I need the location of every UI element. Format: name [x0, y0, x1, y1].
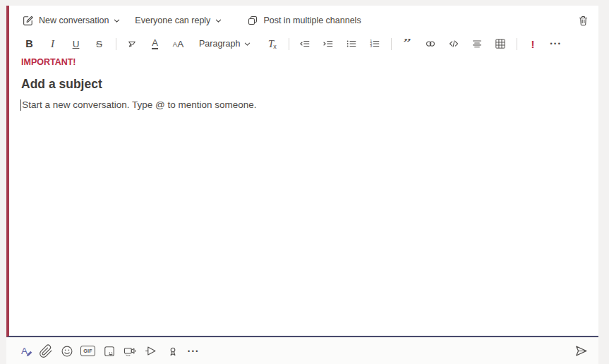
underline-button[interactable]: U: [68, 35, 84, 52]
compose-icon: [21, 14, 35, 28]
subject-input[interactable]: Add a subject: [21, 77, 598, 92]
format-toolbar: B I U S A AA Paragraph Tx: [9, 34, 598, 54]
numbered-list-button[interactable]: 1 2 3: [366, 35, 382, 52]
multi-channel-icon: [246, 14, 259, 27]
highlight-button[interactable]: [123, 35, 140, 52]
message-placeholder: Start a new conversation. Type @ to ment…: [22, 99, 256, 110]
paragraph-menu[interactable]: Paragraph: [199, 35, 251, 52]
conversation-toolbar: New conversation Everyone can reply Post…: [9, 6, 598, 34]
stream-button[interactable]: [144, 343, 159, 360]
mark-important-button[interactable]: !: [524, 35, 541, 52]
gif-button[interactable]: GIF: [80, 343, 95, 360]
attach-file-button[interactable]: [38, 343, 53, 360]
compose-footer: A GIF: [6, 338, 598, 364]
outdent-icon: [298, 37, 312, 51]
reply-permission-menu[interactable]: Everyone can reply: [135, 16, 222, 25]
link-button[interactable]: [422, 35, 438, 52]
toolbar-divider: [391, 38, 392, 50]
toolbar-divider: [116, 38, 116, 50]
underline-label: U: [73, 39, 80, 49]
gif-icon: GIF: [80, 346, 95, 356]
bullet-list-icon: [344, 37, 358, 51]
chevron-down-icon: [215, 17, 222, 25]
font-size-large-label: A: [177, 39, 183, 49]
meet-now-button[interactable]: [123, 343, 138, 360]
send-button[interactable]: [572, 343, 590, 360]
indent-button[interactable]: [320, 35, 336, 52]
paperclip-icon: [39, 344, 53, 358]
toolbar-divider: [289, 38, 289, 50]
bullet-list-button[interactable]: [343, 35, 359, 52]
code-icon: [447, 37, 461, 51]
format-pen-icon: [25, 350, 33, 358]
more-options-button[interactable]: •••: [186, 343, 201, 360]
code-button[interactable]: [445, 35, 462, 52]
post-multiple-channels-button[interactable]: Post in multiple channels: [246, 14, 361, 27]
indent-icon: [321, 37, 335, 51]
horizontal-lines-icon: [470, 37, 484, 51]
gif-label: GIF: [83, 348, 92, 353]
quote-label: ”: [403, 39, 411, 49]
insert-line-button[interactable]: [469, 35, 485, 52]
link-icon: [423, 37, 438, 51]
numbered-list-icon: 1 2 3: [368, 37, 382, 51]
bold-button[interactable]: B: [21, 35, 37, 52]
chevron-down-icon: [113, 17, 121, 25]
message-input[interactable]: Start a new conversation. Type @ to ment…: [20, 99, 598, 336]
more-dots: •••: [550, 40, 562, 47]
strikethrough-button[interactable]: S: [91, 35, 107, 52]
send-plane-icon: [573, 343, 589, 359]
font-color-label: A: [152, 38, 158, 49]
stream-play-icon: [144, 344, 159, 358]
format-toggle-button[interactable]: A: [17, 343, 32, 360]
more-dots: •••: [188, 348, 200, 355]
highlighter-icon: [125, 37, 139, 51]
paragraph-label: Paragraph: [199, 39, 240, 49]
reply-permission-label: Everyone can reply: [135, 16, 210, 25]
text-cursor: [20, 99, 21, 111]
outdent-button[interactable]: [296, 35, 313, 52]
bold-label: B: [25, 38, 32, 49]
emoji-button[interactable]: [59, 343, 74, 360]
clear-format-x: x: [273, 42, 277, 52]
important-mark: !: [531, 38, 534, 50]
font-size-button[interactable]: AA: [170, 35, 186, 52]
delete-draft-button[interactable]: [577, 14, 590, 28]
teams-compose-screen: New conversation Everyone can reply Post…: [0, 0, 609, 364]
compose-card: New conversation Everyone can reply Post…: [6, 6, 598, 337]
font-color-button[interactable]: A: [147, 35, 163, 52]
praise-ribbon-icon: [166, 344, 180, 358]
emoji-icon: [60, 344, 74, 358]
strikethrough-label: S: [96, 39, 102, 49]
sticker-button[interactable]: [102, 343, 116, 360]
table-button[interactable]: [492, 35, 508, 52]
table-icon: [493, 37, 507, 51]
quote-button[interactable]: ”: [399, 35, 415, 52]
video-camera-icon: [123, 344, 138, 358]
new-conversation-menu[interactable]: New conversation: [21, 14, 121, 28]
chevron-down-icon: [243, 40, 251, 48]
trash-icon: [577, 14, 590, 28]
more-format-options-button[interactable]: •••: [548, 35, 564, 52]
svg-text:3: 3: [370, 44, 372, 48]
italic-label: I: [51, 38, 54, 50]
sticker-icon: [102, 344, 116, 358]
praise-button[interactable]: [165, 343, 180, 360]
toolbar-divider: [517, 38, 517, 50]
post-multiple-channels-label: Post in multiple channels: [263, 16, 361, 25]
clear-format-button[interactable]: Tx: [264, 35, 280, 52]
italic-button[interactable]: I: [44, 35, 61, 52]
importance-banner: IMPORTANT!: [21, 57, 598, 67]
new-conversation-label: New conversation: [39, 16, 109, 25]
